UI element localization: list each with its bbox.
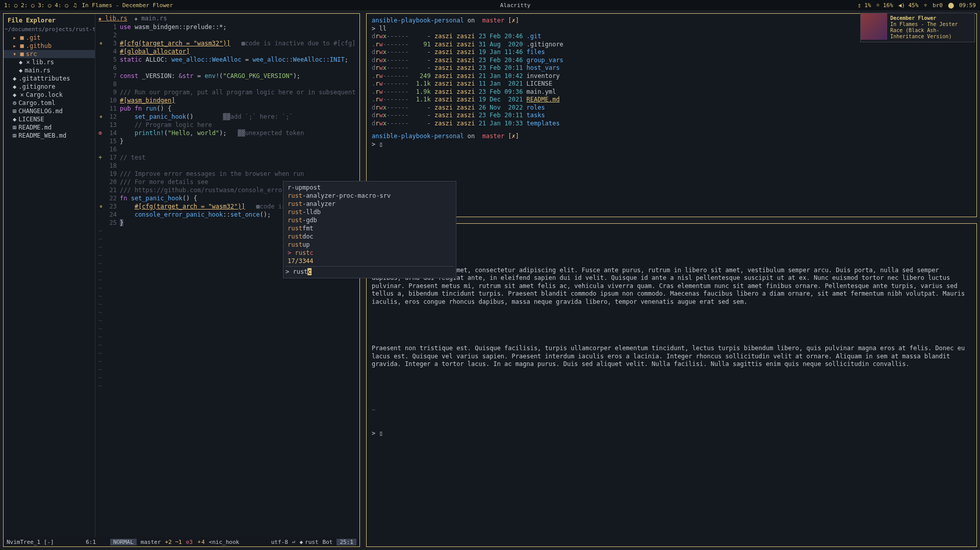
lorem-text: Praesent non tristique est. Quisque faci… [372, 345, 971, 369]
volume-indicator: ◀) 45% [898, 2, 919, 9]
status-line: NvimTree_1 [-] 6:1 NORMAL master +2 ~1 ⊘… [4, 537, 359, 546]
popup-input[interactable]: > rustc [286, 266, 454, 276]
current-function: <nic_hook [209, 539, 240, 545]
clock: 09:59 [959, 2, 976, 9]
nvimtree-pos: 6:1 [86, 539, 96, 545]
editor-tabs: ◆ lib.rs ◆ main.rs [95, 14, 359, 23]
git-branch: master [141, 539, 161, 545]
prompt-cursor[interactable]: > ▯ [372, 430, 971, 438]
terminal-top[interactable]: ansible-playbook-personal on master [✗]>… [366, 13, 977, 217]
status-bar: 1: ○ 2: ○ 3: ○ 4: ○ ♫ In Flames - Decemb… [0, 0, 980, 10]
popup-item[interactable]: rustc [286, 249, 454, 257]
dim-command: > /bin/cat lipsum.txt [372, 243, 971, 251]
tree-item[interactable]: ⊞CHANGELOG.md [4, 107, 95, 115]
popup-item[interactable]: rust-lldb [286, 208, 454, 216]
nvimtree-label: NvimTree_1 [-] [7, 539, 54, 545]
tree-item[interactable]: ▸ ■.github [4, 42, 95, 50]
popup-item[interactable]: rust-gdb [286, 216, 454, 224]
music-notification[interactable]: December Flower In Flames - The Jester R… [860, 13, 975, 42]
scroll-position: Bot [323, 539, 333, 545]
tree-item[interactable]: ◆main.rs [4, 66, 95, 74]
tree-item[interactable]: ◆ ×Cargo.lock [4, 91, 95, 99]
now-playing: In Flames - December Flower [82, 2, 173, 9]
diagnostics-warn: ⚬4 [197, 539, 205, 545]
popup-item[interactable]: rustfmt [286, 224, 454, 232]
window-title: Alacritty [173, 2, 858, 9]
popup-item[interactable]: rustdoc [286, 232, 454, 241]
notification-line: Inheritance Version) [890, 34, 958, 40]
tree-item[interactable]: ⊞README.md [4, 123, 95, 132]
notification-title: December Flower [890, 15, 958, 21]
tree-item[interactable]: ⊞README_WEB.md [4, 132, 95, 140]
popup-item[interactable]: rust-analyzer-proc-macro-srv [286, 192, 454, 200]
tree-item[interactable]: ⚙Cargo.toml [4, 99, 95, 107]
battery-indicator: ▯ 1% [858, 2, 871, 9]
tab-lib-rs[interactable]: ◆ lib.rs [98, 15, 127, 22]
fzf-popup[interactable]: r-upmpostrust-analyzer-proc-macro-srvrus… [283, 181, 456, 278]
vim-mode: NORMAL [110, 539, 137, 545]
brightness-indicator: ☼ 16% [876, 2, 893, 9]
popup-item[interactable]: rustup [286, 241, 454, 249]
popup-item[interactable]: rust-analyzer [286, 200, 454, 208]
notification-line: Race (Black Ash- [890, 28, 958, 34]
file-explorer-path: ~/documents/projects/rust-te [4, 25, 95, 34]
workspace-indicator[interactable]: 1: ○ 2: ○ 3: ○ 4: ○ [4, 2, 68, 9]
git-changes: +2 ~1 [165, 539, 182, 545]
encoding: utf-8 [271, 539, 288, 545]
code-editor[interactable]: ⚬ ⚬ ⊗ + ⚬ ~~~~~~~~~~~~~~~~~~~~ 123456789… [95, 23, 359, 537]
file-explorer-title: File Explorer [4, 16, 95, 25]
popup-count: 17/3344 [286, 257, 454, 265]
notification-line: In Flames - The Jester [890, 21, 958, 28]
tree-item[interactable]: ▸ ■.git [4, 34, 95, 42]
terminal-bottom[interactable]: > /bin/cat lipsum.txt Lorem ipsum dolor … [366, 223, 977, 547]
tree-item[interactable]: ▾ ■src [4, 50, 95, 58]
wifi-indicator: ᯤ br0 [923, 2, 943, 9]
fileformat-icon: ⏎ [292, 539, 296, 545]
popup-item[interactable]: r-upmpost [286, 184, 454, 192]
tree-item[interactable]: ◆.gitattributes [4, 74, 95, 83]
file-explorer[interactable]: File Explorer ~/documents/projects/rust-… [4, 14, 95, 537]
tree-item[interactable]: ◆LICENSE [4, 115, 95, 123]
tree-item[interactable]: ◆ ×lib.rs [4, 58, 95, 66]
discord-icon[interactable]: ⬤ [948, 2, 954, 9]
album-art-icon [861, 13, 887, 40]
tab-main-rs[interactable]: ◆ main.rs [135, 15, 167, 22]
filetype: ◆ rust [299, 539, 318, 545]
tree-item[interactable]: ◆.gitignore [4, 83, 95, 91]
music-icon: ♫ [73, 2, 77, 9]
cursor-position: 25:1 [337, 539, 356, 545]
lorem-text: Lorem ipsum dolor sit amet, consectetur … [372, 267, 971, 306]
tilde-line: ~ [372, 406, 971, 414]
editor-pane: File Explorer ~/documents/projects/rust-… [3, 13, 360, 547]
diagnostics-error: ⊘3 [186, 539, 193, 545]
